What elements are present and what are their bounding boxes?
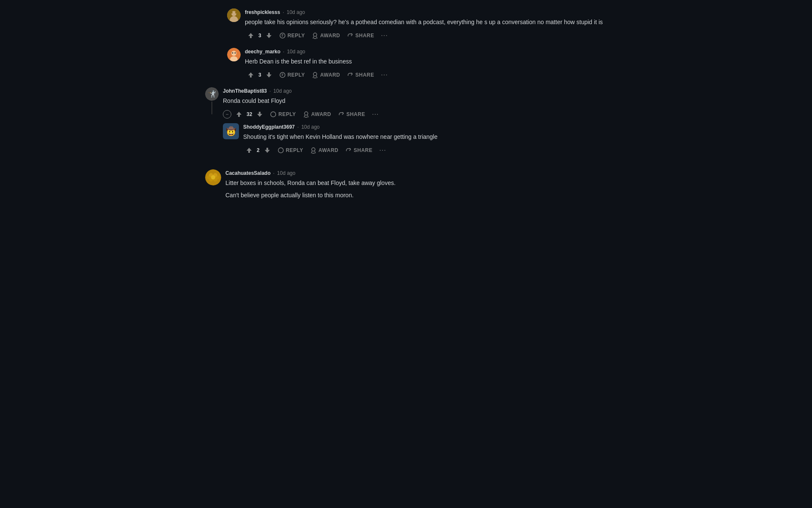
reply-btn-3[interactable]: Reply bbox=[267, 109, 298, 119]
upvote-icon-4 bbox=[246, 147, 252, 154]
svg-point-1 bbox=[231, 11, 236, 16]
comment-5-text-2: Can't believe people actually listen to … bbox=[225, 191, 607, 200]
award-icon-4 bbox=[310, 147, 317, 154]
comment-2-text: Herb Dean is the best ref in the busines… bbox=[245, 57, 607, 66]
vote-count-2: 3 bbox=[258, 71, 261, 79]
svg-point-20 bbox=[278, 148, 283, 153]
share-btn-3[interactable]: Share bbox=[335, 109, 368, 119]
downvote-icon-3 bbox=[256, 111, 263, 118]
action-bar-1: 3 Reply bbox=[245, 30, 607, 41]
vote-count-3: 32 bbox=[247, 110, 252, 118]
share-icon-4 bbox=[345, 147, 352, 154]
comment-2: deechy_marko · 10d ago Herb Dean is the … bbox=[227, 48, 607, 80]
comment-3-body: JohnTheBaptist83 · 10d ago Ronda could b… bbox=[223, 87, 607, 120]
award-icon-3 bbox=[303, 111, 310, 118]
vote-section-3: 32 bbox=[233, 109, 266, 119]
svg-point-27 bbox=[211, 175, 215, 179]
reply-icon-3 bbox=[270, 111, 277, 118]
vote-count-4: 2 bbox=[257, 146, 260, 154]
reply-icon-2 bbox=[279, 72, 286, 78]
comment-wrapper-2: deechy_marko · 10d ago Herb Dean is the … bbox=[205, 48, 607, 80]
timestamp-2: 10d ago bbox=[287, 48, 305, 55]
more-btn-3[interactable]: ··· bbox=[369, 109, 381, 120]
more-btn-4[interactable]: ··· bbox=[377, 145, 389, 156]
comment-4-header: ShoddyEggplant3697 · 10d ago bbox=[243, 123, 607, 131]
downvote-btn-2[interactable] bbox=[263, 70, 275, 80]
svg-point-29 bbox=[216, 176, 219, 179]
upvote-btn-1[interactable] bbox=[245, 30, 257, 41]
downvote-icon-4 bbox=[264, 147, 271, 154]
avatar-deechy bbox=[227, 48, 241, 61]
svg-point-17 bbox=[304, 112, 308, 115]
comment-5-text-1: Litter boxes in schools, Ronda can beat … bbox=[225, 179, 607, 188]
comment-thread: freshpicklesss · 10d ago people take his… bbox=[205, 4, 607, 214]
comment-2-header: deechy_marko · 10d ago bbox=[245, 48, 607, 55]
downvote-btn-3[interactable] bbox=[254, 109, 266, 119]
reply-btn-4[interactable]: Reply bbox=[275, 145, 306, 155]
comment-4-body: ShoddyEggplant3697 · 10d ago Shouting it… bbox=[243, 123, 607, 156]
timestamp-5: 10d ago bbox=[277, 169, 295, 177]
username-deechy[interactable]: deechy_marko bbox=[245, 48, 280, 55]
avatar-freshpicklesss bbox=[227, 8, 241, 22]
reply-icon-1 bbox=[279, 32, 286, 39]
comment-1-header: freshpicklesss · 10d ago bbox=[245, 8, 607, 16]
comment-3-header: JohnTheBaptist83 · 10d ago bbox=[223, 87, 607, 95]
svg-point-5 bbox=[280, 33, 285, 38]
thread-line-3 bbox=[211, 102, 212, 114]
award-btn-2[interactable]: Award bbox=[309, 70, 343, 80]
more-btn-2[interactable]: ··· bbox=[379, 69, 390, 80]
award-btn-3[interactable]: Award bbox=[300, 109, 334, 119]
username-freshpicklesss[interactable]: freshpicklesss bbox=[245, 8, 280, 16]
username-cacahuates[interactable]: CacahuatesSalado bbox=[225, 169, 271, 177]
svg-point-3 bbox=[231, 12, 233, 14]
svg-text:🤺: 🤺 bbox=[208, 90, 216, 98]
share-icon-2 bbox=[347, 72, 354, 78]
downvote-btn-4[interactable] bbox=[261, 145, 273, 155]
action-bar-4: 2 Reply bbox=[243, 145, 607, 156]
svg-point-13 bbox=[313, 72, 317, 76]
svg-point-4 bbox=[235, 12, 237, 14]
comment-2-body: deechy_marko · 10d ago Herb Dean is the … bbox=[245, 48, 607, 80]
downvote-btn-1[interactable] bbox=[263, 30, 275, 41]
svg-point-8 bbox=[231, 51, 236, 56]
share-btn-1[interactable]: Share bbox=[344, 30, 377, 41]
upvote-icon-3 bbox=[236, 111, 242, 118]
comment-wrapper-4: 🤠 ShoddyEggplant3697 · 10d ago Shouting … bbox=[205, 123, 607, 156]
comment-5-body: CacahuatesSalado · 10d ago Litter boxes … bbox=[225, 169, 607, 203]
share-btn-4[interactable]: Share bbox=[343, 145, 375, 155]
username-shoddy[interactable]: ShoddyEggplant3697 bbox=[243, 123, 295, 131]
comment-1-text: people take his opinions seriously? he's… bbox=[245, 18, 607, 27]
comment-4: 🤠 ShoddyEggplant3697 · 10d ago Shouting … bbox=[223, 123, 607, 156]
reply-btn-1[interactable]: Reply bbox=[277, 30, 307, 41]
collapse-btn-3[interactable]: − bbox=[223, 110, 231, 119]
timestamp-3: 10d ago bbox=[273, 87, 291, 95]
award-icon-2 bbox=[312, 72, 318, 78]
upvote-btn-2[interactable] bbox=[245, 70, 257, 80]
more-btn-1[interactable]: ··· bbox=[379, 30, 390, 41]
svg-text:🤠: 🤠 bbox=[226, 126, 236, 136]
avatar-shoddy: 🤠 bbox=[223, 123, 239, 139]
comment-wrapper-1: freshpicklesss · 10d ago people take his… bbox=[205, 8, 607, 41]
username-john[interactable]: JohnTheBaptist83 bbox=[223, 87, 267, 95]
downvote-icon-2 bbox=[266, 72, 272, 78]
svg-point-28 bbox=[207, 176, 210, 179]
award-btn-4[interactable]: Award bbox=[307, 145, 341, 155]
reply-btn-2[interactable]: Reply bbox=[277, 70, 307, 80]
comment-3-row: 🤺 JohnTheBaptist83 · 10d ago Ronda could… bbox=[205, 87, 607, 120]
comment-4-text: Shouting it's tight when Kevin Holland w… bbox=[243, 133, 607, 141]
svg-point-6 bbox=[313, 33, 317, 36]
comment-wrapper-3: 🤺 JohnTheBaptist83 · 10d ago Ronda could… bbox=[205, 87, 607, 156]
svg-point-10 bbox=[232, 52, 233, 54]
comment-3-text: Ronda could beat Floyd bbox=[223, 97, 607, 105]
upvote-btn-4[interactable] bbox=[243, 145, 255, 155]
collapse-icon-3: − bbox=[225, 111, 228, 117]
comment-5-header: CacahuatesSalado · 10d ago bbox=[225, 169, 607, 177]
upvote-btn-3[interactable] bbox=[233, 109, 245, 119]
upvote-icon-1 bbox=[247, 32, 254, 39]
share-btn-2[interactable]: Share bbox=[344, 70, 377, 80]
share-icon-3 bbox=[338, 111, 345, 118]
downvote-icon-1 bbox=[266, 32, 272, 39]
comment-1: freshpicklesss · 10d ago people take his… bbox=[227, 8, 607, 41]
comment-1-body: freshpicklesss · 10d ago people take his… bbox=[245, 8, 607, 41]
award-btn-1[interactable]: Award bbox=[309, 30, 343, 41]
